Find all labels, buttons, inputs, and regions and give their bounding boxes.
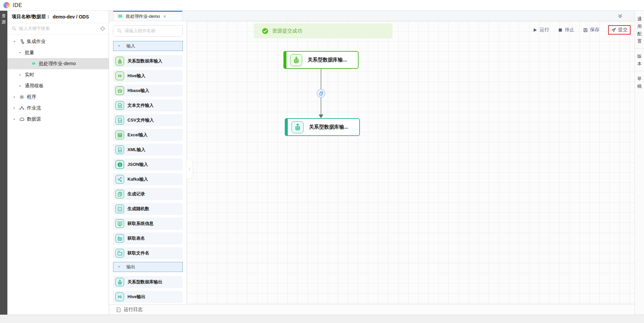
check-circle-icon bbox=[262, 28, 268, 34]
sidebar-item-label: 批量 bbox=[25, 50, 34, 56]
sidebar-item-label: 集成作业 bbox=[27, 39, 46, 45]
sidebar-item-job-flow[interactable]: 作业流 bbox=[7, 102, 109, 113]
table-icon bbox=[115, 131, 124, 139]
toast-text: 资源提交成功 bbox=[272, 28, 302, 34]
caret-right-icon[interactable] bbox=[18, 84, 22, 88]
locate-icon[interactable] bbox=[100, 26, 105, 31]
svg-text:CSV: CSV bbox=[118, 120, 122, 122]
db-out-icon bbox=[115, 278, 124, 286]
sidebar-item-realtime[interactable]: 实时 bbox=[7, 69, 109, 80]
sidebar-item-data-source[interactable]: 数据源 bbox=[7, 113, 109, 125]
right-tab-draft[interactable]: 草稿 bbox=[637, 74, 642, 93]
palette-item-关系型数据库输出[interactable]: 关系型数据库输出 bbox=[113, 276, 183, 288]
sidebar-item-program[interactable]: 程序 bbox=[7, 91, 109, 102]
submit-button[interactable]: 提交 bbox=[611, 27, 628, 33]
palette-item-Excel输入[interactable]: Excel输入 bbox=[113, 129, 183, 141]
palette-item-获取文件名[interactable]: 获取文件名 bbox=[113, 247, 183, 259]
log-file-icon bbox=[116, 307, 121, 313]
node-db-output[interactable]: 关系型数据库输... bbox=[285, 118, 360, 136]
run-log-bar[interactable]: 运行日志 bbox=[109, 304, 635, 315]
sidebar-item-label: 通用模板 bbox=[25, 83, 44, 89]
palette-item-label: JSON输入 bbox=[127, 162, 148, 168]
activity-tab-resources[interactable]: 资源 bbox=[0, 13, 7, 25]
palette-item-Hive输出[interactable]: HiHive输出 bbox=[113, 291, 183, 303]
edge-copy-mode-icon[interactable] bbox=[317, 89, 325, 98]
palette-section-input[interactable]: 输入 bbox=[113, 41, 183, 51]
caret-down-icon[interactable] bbox=[12, 39, 17, 44]
palette-item-label: XML输入 bbox=[127, 147, 145, 153]
palette-item-CSV文件输入[interactable]: CSVCSV文件输入 bbox=[113, 114, 183, 126]
palette-collapse-handle[interactable] bbox=[187, 159, 193, 179]
save-button[interactable]: 保存 bbox=[583, 27, 599, 33]
palette-section-output[interactable]: 输出 bbox=[113, 262, 183, 272]
caret-right-icon[interactable] bbox=[12, 106, 17, 110]
caret-right-icon[interactable] bbox=[18, 73, 22, 77]
caret-down-icon[interactable] bbox=[18, 50, 22, 55]
caret-right-icon[interactable] bbox=[12, 95, 17, 99]
tab-title: 批处理作业-demo bbox=[126, 13, 160, 19]
resource-sidebar: 项目名称/数据层： demo-dev / ODS 输入关键字搜索 集成作业批量D… bbox=[7, 11, 109, 315]
di-badge: DI bbox=[31, 61, 37, 66]
palette-item-label: CSV文件输入 bbox=[127, 117, 154, 123]
monitor-icon bbox=[115, 219, 124, 228]
palette-item-label: 生成记录 bbox=[127, 191, 145, 197]
palette-item-获取系统信息[interactable]: 获取系统信息 bbox=[113, 218, 183, 230]
divider bbox=[635, 71, 644, 71]
palette-item-生成随机数[interactable]: 生成随机数 bbox=[113, 203, 183, 215]
main-area: DI 批处理作业-demo × 请输入组件名称 输入关系型数据库输入HiHive… bbox=[109, 11, 635, 315]
node-db-input[interactable]: 关系型数据库输... bbox=[283, 51, 359, 69]
palette-item-Hbase输入[interactable]: Hbase输入 bbox=[113, 85, 183, 97]
stop-button[interactable]: 停止 bbox=[558, 27, 574, 33]
hive-icon: Hi bbox=[115, 72, 124, 80]
palette-search[interactable]: 请输入组件名称 bbox=[113, 25, 183, 37]
palette-item-Hive输入[interactable]: HiHive输入 bbox=[113, 70, 183, 82]
flow-icon bbox=[19, 105, 24, 111]
right-tab-general-config[interactable]: 通用配置 bbox=[637, 14, 642, 48]
editor-tab-bar: DI 批处理作业-demo × bbox=[109, 11, 635, 21]
palette-item-label: Hbase输入 bbox=[127, 88, 149, 94]
palette-item-获取表名[interactable]: 获取表名 bbox=[113, 232, 183, 244]
play-icon bbox=[533, 28, 538, 33]
top-bar: IDE bbox=[0, 0, 644, 11]
palette-item-Kafka输入[interactable]: Kafka输入 bbox=[113, 173, 183, 185]
palette-sections: 输入关系型数据库输入HiHive输入Hbase输入文本文件输入CSVCSV文件输… bbox=[113, 41, 183, 303]
dice-icon bbox=[115, 204, 124, 213]
flow-canvas[interactable]: 资源提交成功 运行 停止 保存 bbox=[187, 21, 635, 304]
palette-item-JSON输入[interactable]: JSON输入 bbox=[113, 158, 183, 171]
caret-right-icon[interactable] bbox=[12, 117, 17, 122]
chevrons-down-icon[interactable] bbox=[617, 13, 623, 19]
close-tab-icon[interactable]: × bbox=[163, 14, 166, 19]
sidebar-item-common-template[interactable]: 通用模板 bbox=[7, 80, 109, 91]
tab-batch-job-demo[interactable]: DI 批处理作业-demo × bbox=[113, 11, 182, 21]
palette-item-文本文件输入[interactable]: 文本文件输入 bbox=[113, 99, 183, 111]
palette-item-label: 关系型数据库输出 bbox=[127, 279, 162, 285]
palette-item-XML输入[interactable]: XML输入 bbox=[113, 144, 183, 156]
right-panel-bar: 通用配置版本草稿 bbox=[635, 11, 644, 315]
palette-item-生成记录[interactable]: 生成记录 bbox=[113, 188, 183, 200]
sidebar-item-batch-job-demo[interactable]: DI批处理作业-demo bbox=[7, 58, 109, 69]
sidebar-search-placeholder: 输入关键字搜索 bbox=[19, 26, 98, 32]
node-label: 关系型数据库输... bbox=[308, 57, 347, 63]
palette-item-label: 获取系统信息 bbox=[127, 221, 154, 227]
node-label: 关系型数据库输... bbox=[309, 124, 348, 130]
run-label: 运行 bbox=[540, 27, 549, 33]
ide-window: IDE 资源 项目名称/数据层： demo-dev / ODS 输入关键字搜索 … bbox=[0, 0, 644, 323]
hive-icon: Hi bbox=[115, 292, 124, 301]
sidebar-item-label: 程序 bbox=[27, 94, 36, 100]
sidebar-item-label: 批处理作业-demo bbox=[39, 61, 76, 67]
db-output-icon bbox=[291, 121, 304, 133]
run-button[interactable]: 运行 bbox=[533, 27, 549, 33]
palette-item-label: Hive输出 bbox=[127, 294, 145, 300]
sidebar-item-batch[interactable]: 批量 bbox=[7, 47, 109, 58]
submit-label: 提交 bbox=[618, 27, 628, 33]
app-logo-icon bbox=[3, 2, 10, 8]
right-tab-version[interactable]: 版本 bbox=[637, 51, 642, 71]
palette-item-label: 生成随机数 bbox=[127, 206, 149, 212]
sidebar-search[interactable]: 输入关键字搜索 bbox=[7, 23, 109, 34]
palette-item-关系型数据库输入[interactable]: 关系型数据库输入 bbox=[113, 55, 183, 67]
send-icon bbox=[611, 28, 616, 33]
divider bbox=[635, 48, 644, 49]
caret-down-icon bbox=[117, 44, 121, 48]
sitemap-icon bbox=[19, 39, 24, 44]
sidebar-item-integration-jobs[interactable]: 集成作业 bbox=[7, 36, 109, 47]
